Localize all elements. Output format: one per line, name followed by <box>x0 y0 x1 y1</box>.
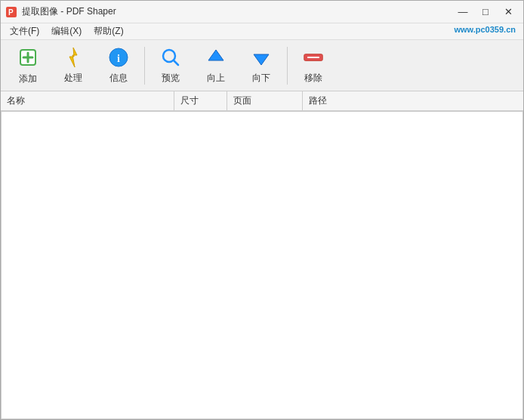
add-label: 添加 <box>19 73 37 85</box>
svg-marker-5 <box>69 48 77 67</box>
toolbar-separator-1 <box>144 47 145 85</box>
svg-marker-11 <box>254 54 269 65</box>
window-controls: — □ ✕ <box>452 4 519 20</box>
preview-icon <box>159 47 183 69</box>
svg-line-9 <box>174 60 178 65</box>
svg-text:i: i <box>117 53 120 64</box>
up-icon <box>204 47 228 69</box>
process-button[interactable]: 处理 <box>52 44 94 88</box>
info-icon: i <box>106 47 131 69</box>
col-header-path: 路径 <box>303 91 523 110</box>
svg-marker-10 <box>208 50 223 60</box>
title-bar: P 提取图像 - PDF Shaper — □ ✕ <box>1 1 523 23</box>
add-button[interactable]: 添加 <box>7 44 49 88</box>
toolbar-separator-2 <box>287 47 288 85</box>
close-button[interactable]: ✕ <box>498 4 519 20</box>
remove-button[interactable]: 移除 <box>292 44 334 88</box>
info-button[interactable]: i 信息 <box>97 44 140 88</box>
move-down-button[interactable]: 向下 <box>240 44 282 88</box>
move-up-button[interactable]: 向上 <box>195 44 237 88</box>
app-icon: P <box>5 6 17 18</box>
maximize-button[interactable]: □ <box>475 4 496 20</box>
svg-text:P: P <box>8 8 14 17</box>
preview-label: 预览 <box>162 72 180 85</box>
add-icon <box>16 45 40 69</box>
col-header-size: 尺寸 <box>174 91 227 110</box>
title-left: P 提取图像 - PDF Shaper <box>5 5 116 18</box>
minimize-button[interactable]: — <box>452 4 473 20</box>
menu-help[interactable]: 帮助(Z) <box>88 23 129 39</box>
down-icon <box>249 47 273 69</box>
remove-icon <box>301 47 325 69</box>
window-title: 提取图像 - PDF Shaper <box>22 5 116 18</box>
preview-button[interactable]: 预览 <box>149 44 192 88</box>
watermark-text: www.pc0359.cn <box>454 25 516 34</box>
col-header-name: 名称 <box>1 91 174 110</box>
toolbar: 添加 处理 i 信息 <box>1 40 523 91</box>
menu-bar: 文件(F) 编辑(X) 帮助(Z) www.pc0359.cn <box>1 23 523 40</box>
process-icon <box>61 46 85 69</box>
menu-file[interactable]: 文件(F) <box>4 23 45 39</box>
process-label: 处理 <box>64 72 82 85</box>
file-list[interactable] <box>1 111 523 419</box>
info-label: 信息 <box>109 72 128 85</box>
down-label: 向下 <box>252 72 270 85</box>
up-label: 向上 <box>207 72 225 85</box>
remove-label: 移除 <box>304 72 322 85</box>
main-window: P 提取图像 - PDF Shaper — □ ✕ 文件(F) 编辑(X) 帮助… <box>0 0 524 420</box>
col-header-page: 页面 <box>227 91 303 110</box>
table-header: 名称 尺寸 页面 路径 <box>1 91 523 111</box>
menu-edit[interactable]: 编辑(X) <box>45 23 88 39</box>
